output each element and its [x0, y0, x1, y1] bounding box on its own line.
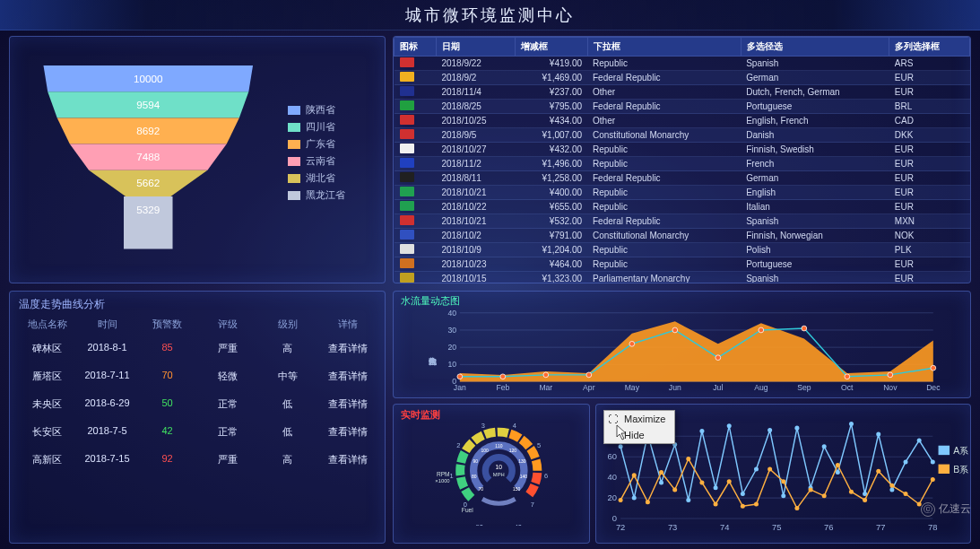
table-row[interactable]: 2018/11/4¥237.00OtherDutch, French, Germ…: [395, 85, 970, 100]
svg-rect-137: [939, 446, 950, 455]
temp-header: 地点名称时间预警数评级级别详情: [10, 314, 385, 335]
svg-text:8692: 8692: [136, 125, 160, 136]
legend-item[interactable]: 云南省: [288, 154, 369, 168]
flag-icon: [400, 129, 414, 139]
legend-item[interactable]: 湖北省: [288, 171, 369, 185]
svg-point-92: [754, 466, 759, 471]
svg-point-91: [741, 492, 745, 496]
svg-text:Oct: Oct: [841, 383, 854, 392]
svg-text:Sep: Sep: [797, 383, 811, 392]
table-row[interactable]: 2018/9/22¥419.00RepublicSpanishARS: [395, 57, 970, 71]
temp-row: 未央区2018-6-2950正常低 查看详情: [10, 390, 385, 418]
legend-item[interactable]: 黑龙江省: [288, 188, 369, 202]
svg-text:1: 1: [450, 472, 454, 480]
table-row[interactable]: 2018/8/11¥1,258.00Federal RepublicGerman…: [395, 171, 970, 186]
flag-icon: [400, 172, 414, 182]
svg-text:Dec: Dec: [926, 383, 941, 392]
funnel-chart[interactable]: 1000095948692748856625329: [26, 55, 288, 274]
svg-point-104: [917, 438, 922, 442]
table-row[interactable]: 2018/10/21¥400.00RepublicEnglishEUR: [395, 186, 970, 200]
area-panel: 水流量动态图 010203040包含次数约为单位JanFebMarAprMayJ…: [393, 291, 971, 398]
temp-row: 碑林区2018-8-185严重高 查看详情: [10, 335, 385, 362]
table-row[interactable]: 2018/10/2¥791.00Constitutional MonarchyF…: [395, 229, 970, 243]
table-row[interactable]: 2018/10/27¥432.00RepublicFinnish, Swedis…: [395, 143, 970, 157]
col-header[interactable]: 下拉框: [587, 38, 741, 57]
svg-point-108: [646, 500, 650, 504]
detail-link[interactable]: 查看详情: [317, 397, 377, 411]
series-panel: 02040608072737475767778A系B系 ⛶Maximize Hi…: [595, 404, 971, 544]
table-row[interactable]: 2018/9/2¥1,469.00Federal RepublicGermanE…: [395, 71, 970, 85]
svg-point-110: [672, 487, 677, 492]
col-header[interactable]: 图标: [395, 38, 437, 57]
data-table[interactable]: 图标日期增减框下拉框多选径选多列选择框 2018/9/22¥419.00Repu…: [394, 37, 970, 283]
table-row[interactable]: 2018/10/22¥655.00RepublicItalianEUR: [395, 200, 970, 214]
col-header[interactable]: 多选径选: [741, 38, 889, 57]
svg-point-28: [672, 327, 678, 333]
svg-point-95: [794, 426, 799, 431]
svg-text:73: 73: [668, 523, 677, 532]
detail-link[interactable]: 查看详情: [317, 425, 377, 439]
svg-point-113: [714, 501, 718, 506]
menu-item[interactable]: ⛶Maximize: [604, 411, 674, 427]
cursor-icon: [616, 424, 629, 440]
table-row[interactable]: 2018/8/25¥795.00Federal RepublicPortugue…: [395, 100, 970, 114]
legend-item[interactable]: 四川省: [288, 120, 369, 134]
svg-text:70: 70: [479, 487, 484, 492]
svg-text:75: 75: [772, 523, 781, 532]
svg-text:Jun: Jun: [669, 383, 681, 392]
svg-text:40: 40: [447, 309, 456, 318]
svg-text:A系: A系: [953, 446, 968, 456]
svg-point-30: [759, 327, 764, 333]
detail-link[interactable]: 查看详情: [317, 342, 377, 355]
gauge-panel: 实时监测 0123456770809010011012013014015010M…: [393, 404, 590, 544]
table-row[interactable]: 2018/10/15¥1,323.00Parliamentary Monarch…: [395, 272, 970, 284]
legend-item[interactable]: 广东省: [288, 137, 369, 151]
context-menu[interactable]: ⛶Maximize Hide: [603, 410, 675, 444]
table-row[interactable]: 2018/10/23¥464.00RepublicPortugueseEUR: [395, 257, 970, 272]
detail-link[interactable]: 查看详情: [317, 370, 377, 383]
svg-text:74: 74: [720, 523, 729, 532]
svg-text:60: 60: [607, 452, 616, 461]
temp-panel: 温度走势曲线分析 地点名称时间预警数评级级别详情 碑林区2018-8-185严重…: [9, 291, 386, 544]
area-chart[interactable]: 010203040包含次数约为单位JanFebMarAprMayJunJulAu…: [394, 308, 970, 394]
svg-point-101: [876, 432, 880, 437]
svg-text:Feb: Feb: [496, 383, 509, 392]
menu-item[interactable]: Hide: [604, 427, 674, 443]
svg-text:100: 100: [481, 449, 489, 453]
svg-text:78: 78: [928, 523, 937, 532]
data-table-panel: 图标日期增减框下拉框多选径选多列选择框 2018/9/22¥419.00Repu…: [393, 36, 971, 283]
svg-text:4: 4: [513, 422, 516, 430]
svg-text:6: 6: [544, 472, 548, 480]
detail-link[interactable]: 查看详情: [317, 453, 377, 466]
flag-icon: [400, 244, 414, 254]
svg-text:90: 90: [473, 459, 478, 464]
col-header[interactable]: 增减框: [516, 38, 587, 57]
temp-row: 雁塔区2018-7-1170轻微中等 查看详情: [10, 362, 385, 390]
funnel-panel: 1000095948692748856625329 陕西省四川省广东省云南省湖北…: [9, 36, 386, 283]
svg-point-32: [845, 374, 850, 379]
svg-text:110: 110: [495, 444, 503, 449]
table-row[interactable]: 2018/10/9¥1,204.00RepublicPolishPLK: [395, 243, 970, 257]
table-row[interactable]: 2018/11/2¥1,496.00RepublicFrenchEUR: [395, 157, 970, 171]
gauge-chart[interactable]: 0123456770809010011012013014015010MPHRPM…: [394, 422, 589, 526]
table-row[interactable]: 2018/9/5¥1,007.00Constitutional Monarchy…: [395, 128, 970, 143]
svg-text:40: 40: [607, 473, 616, 482]
watermark: ⓒ 亿速云: [921, 501, 971, 517]
table-row[interactable]: 2018/10/25¥434.00OtherEnglish, FrenchCAD: [395, 114, 970, 128]
svg-text:Aug: Aug: [754, 383, 768, 392]
svg-text:130: 130: [518, 459, 526, 464]
svg-point-106: [619, 498, 623, 502]
table-row[interactable]: 2018/10/21¥532.00Federal RepublicSpanish…: [395, 214, 970, 229]
svg-point-24: [500, 374, 506, 379]
col-header[interactable]: 多列选择框: [889, 38, 970, 57]
flag-icon: [400, 230, 414, 240]
svg-point-116: [754, 501, 759, 506]
svg-point-127: [904, 492, 908, 496]
maximize-icon: ⛶: [608, 414, 618, 424]
svg-text:20: 20: [447, 343, 456, 352]
col-header[interactable]: 日期: [436, 38, 515, 57]
svg-text:72: 72: [616, 523, 625, 532]
legend-item[interactable]: 陕西省: [288, 103, 369, 117]
svg-text:2: 2: [456, 441, 460, 449]
svg-point-83: [632, 496, 637, 501]
